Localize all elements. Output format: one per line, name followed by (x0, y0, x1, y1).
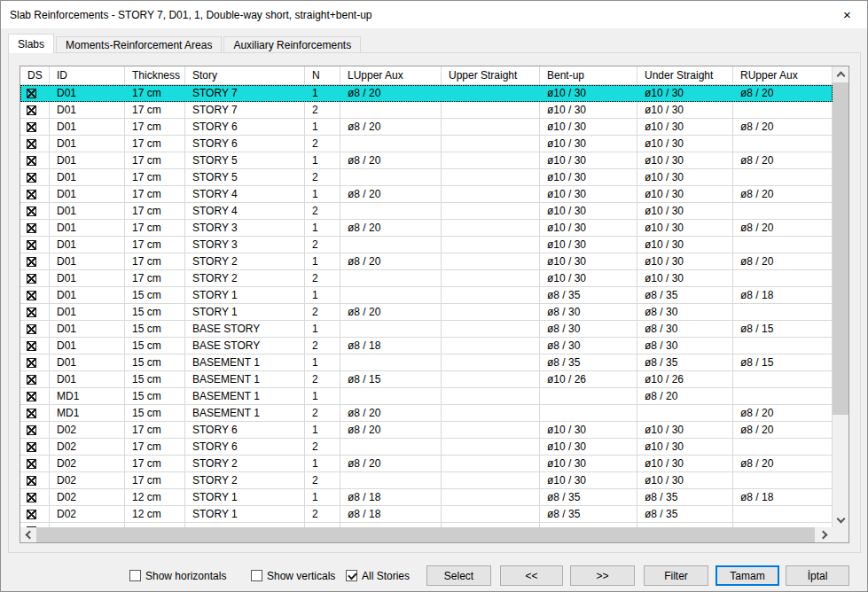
table-row[interactable]: D0212 cmSTORY 11ø8 / 18ø8 / 35ø8 / 35ø8 … (20, 489, 833, 506)
cell-n: 1 (305, 85, 340, 102)
ds-checkbox-x-icon[interactable] (27, 291, 36, 300)
table-row[interactable]: D0117 cmSTORY 42ø10 / 30ø10 / 30 (20, 203, 833, 220)
checkbox-unchecked-icon[interactable] (129, 570, 141, 581)
ds-checkbox-x-icon[interactable] (27, 392, 36, 401)
next-button[interactable]: >> (570, 565, 635, 586)
ds-checkbox-x-icon[interactable] (27, 156, 36, 166)
table-row[interactable]: D0117 cmSTORY 52ø10 / 30ø10 / 30 (20, 169, 833, 186)
checkbox-show-verticals[interactable]: Show verticals (251, 569, 335, 582)
cell-thickness: 17 cm (125, 422, 185, 439)
column-header-upper[interactable]: Upper Straight (442, 66, 540, 85)
i-ptal-button[interactable]: İptal (786, 565, 849, 586)
ds-checkbox-x-icon[interactable] (27, 324, 36, 334)
table-row[interactable]: D0115 cmBASE STORY2ø8 / 18ø8 / 30ø8 / 30 (20, 338, 833, 354)
ds-checkbox-x-icon[interactable] (27, 476, 36, 486)
tab-auxiliary-reinforcements[interactable]: Auxiliary Reinforcements (223, 36, 361, 53)
table-row[interactable]: D0117 cmSTORY 61ø8 / 20ø10 / 30ø10 / 30ø… (20, 119, 833, 136)
column-header-id[interactable]: ID (50, 66, 125, 85)
ds-checkbox-x-icon[interactable] (27, 139, 36, 149)
ds-checkbox-x-icon[interactable] (27, 190, 36, 199)
column-header-lupper[interactable]: LUpper Aux (340, 66, 442, 85)
ds-checkbox-x-icon[interactable] (27, 510, 36, 519)
cell-id: D01 (50, 85, 125, 102)
table-row[interactable]: D0115 cmSTORY 12ø8 / 20ø8 / 30ø8 / 30 (20, 304, 833, 321)
table-row[interactable]: MD115 cmBASEMENT 11ø8 / 20 (20, 388, 833, 405)
column-header-ds[interactable]: DS (20, 66, 50, 85)
table-row[interactable]: D0212 cmSTORY 12ø8 / 18ø8 / 35ø8 / 35 (20, 506, 833, 523)
ds-checkbox-x-icon[interactable] (27, 375, 36, 385)
ds-checkbox-x-icon[interactable] (27, 206, 36, 216)
column-header-bentup[interactable]: Bent-up (540, 66, 637, 85)
table-row[interactable]: D0117 cmSTORY 71ø8 / 20ø10 / 30ø10 / 30ø… (20, 85, 833, 102)
previous-button[interactable]: << (500, 565, 563, 586)
ds-checkbox-x-icon[interactable] (27, 240, 36, 250)
tab-moments-reinforcement-areas[interactable]: Moments-Reinforcement Areas (56, 36, 222, 53)
table-row[interactable]: D0117 cmSTORY 31ø8 / 20ø10 / 30ø10 / 30ø… (20, 220, 833, 237)
table-row[interactable]: D0117 cmSTORY 72ø10 / 30ø10 / 30 (20, 102, 833, 119)
table-row[interactable]: D0117 cmSTORY 22ø10 / 30ø10 / 30 (20, 270, 833, 287)
ds-checkbox-x-icon[interactable] (27, 173, 36, 183)
column-header-n[interactable]: N (305, 66, 340, 85)
horizontal-scrollbar[interactable] (20, 527, 833, 542)
table-row[interactable]: D0117 cmSTORY 41ø8 / 20ø10 / 30ø10 / 30ø… (20, 186, 833, 203)
ds-checkbox-x-icon[interactable] (27, 122, 36, 132)
scroll-right-button[interactable] (817, 527, 833, 542)
table-row[interactable]: D0115 cmBASEMENT 12ø8 / 15ø10 / 26ø10 / … (20, 371, 833, 388)
horizontal-scrollbar-thumb[interactable] (36, 527, 815, 542)
table-row[interactable]: D0117 cmSTORY 32ø10 / 30ø10 / 30 (20, 237, 833, 253)
column-header-under[interactable]: Under Straight (637, 66, 733, 85)
scroll-left-button[interactable] (20, 527, 36, 542)
vertical-scrollbar-thumb[interactable] (833, 82, 848, 415)
column-header-story[interactable]: Story (185, 66, 305, 85)
ds-checkbox-x-icon[interactable] (27, 442, 36, 452)
table-row[interactable]: MD115 cmBASEMENT 12ø8 / 20ø8 / 20 (20, 405, 833, 422)
cell-under: ø10 / 26 (637, 371, 733, 388)
tab-slabs[interactable]: Slabs (8, 34, 54, 53)
table-row[interactable]: D0217 cmSTORY 21ø8 / 20ø10 / 30ø10 / 30ø… (20, 456, 833, 472)
checkbox-show-horizontals[interactable]: Show horizontals (129, 569, 226, 582)
cell-rupper: ø8 / 20 (733, 220, 833, 237)
chevron-up-icon (836, 71, 845, 80)
ds-checkbox-x-icon[interactable] (27, 459, 36, 469)
ds-checkbox-x-icon[interactable] (27, 493, 36, 502)
ds-checkbox-x-icon[interactable] (27, 409, 36, 418)
scroll-down-button[interactable] (833, 512, 848, 527)
ds-checkbox-x-icon[interactable] (27, 89, 36, 98)
filter-button[interactable]: Filter (644, 565, 708, 586)
checkbox-checked-icon[interactable] (346, 570, 357, 581)
table-row[interactable]: D0117 cmSTORY 51ø8 / 20ø10 / 30ø10 / 30ø… (20, 152, 833, 169)
cell-upper (442, 405, 540, 422)
column-header-thickness[interactable]: Thickness (125, 66, 185, 85)
cell-bentup: ø10 / 30 (540, 456, 637, 472)
table-row[interactable]: D0217 cmSTORY 62ø10 / 30ø10 / 30 (20, 439, 833, 456)
ds-checkbox-x-icon[interactable] (27, 358, 36, 368)
ds-checkbox-x-icon[interactable] (27, 425, 36, 435)
table-row[interactable]: D0115 cmSTORY 11ø8 / 35ø8 / 35ø8 / 18 (20, 287, 833, 304)
ds-checkbox-x-icon[interactable] (27, 341, 36, 351)
cell-thickness: 15 cm (125, 321, 185, 338)
checkbox-unchecked-icon[interactable] (251, 570, 262, 581)
cell-story: STORY 1 (185, 287, 305, 304)
ds-checkbox-x-icon[interactable] (27, 274, 36, 284)
table-row[interactable]: D0217 cmSTORY 22ø10 / 30ø10 / 30 (20, 472, 833, 489)
table-row[interactable]: D0115 cmBASE STORY1ø8 / 30ø8 / 30ø8 / 15 (20, 321, 833, 338)
cell-story: STORY 1 (185, 489, 305, 506)
ds-checkbox-x-icon[interactable] (27, 223, 36, 233)
table-row[interactable]: D0115 cmBASEMENT 11ø8 / 35ø8 / 35ø8 / 15 (20, 354, 833, 371)
table-row[interactable]: D0117 cmSTORY 21ø8 / 20ø10 / 30ø10 / 30ø… (20, 253, 833, 270)
cell-upper (442, 136, 540, 152)
tamam-button[interactable]: Tamam (716, 565, 779, 586)
scroll-up-button[interactable] (833, 66, 848, 82)
cell-story: BASE STORY (185, 321, 305, 338)
table-row[interactable]: D0117 cmSTORY 62ø10 / 30ø10 / 30 (20, 136, 833, 152)
ds-checkbox-x-icon[interactable] (27, 105, 36, 115)
close-icon[interactable]: × (827, 1, 867, 28)
select-button[interactable]: Select (426, 565, 491, 586)
checkbox-all-stories[interactable]: All Stories (346, 569, 410, 582)
ds-checkbox-x-icon[interactable] (27, 257, 36, 267)
ds-checkbox-x-icon[interactable] (27, 308, 36, 317)
cell-id: D01 (50, 220, 125, 237)
vertical-scrollbar[interactable] (833, 66, 848, 527)
column-header-rupper[interactable]: RUpper Aux (733, 66, 833, 85)
table-row[interactable]: D0217 cmSTORY 61ø8 / 20ø10 / 30ø10 / 30ø… (20, 422, 833, 439)
